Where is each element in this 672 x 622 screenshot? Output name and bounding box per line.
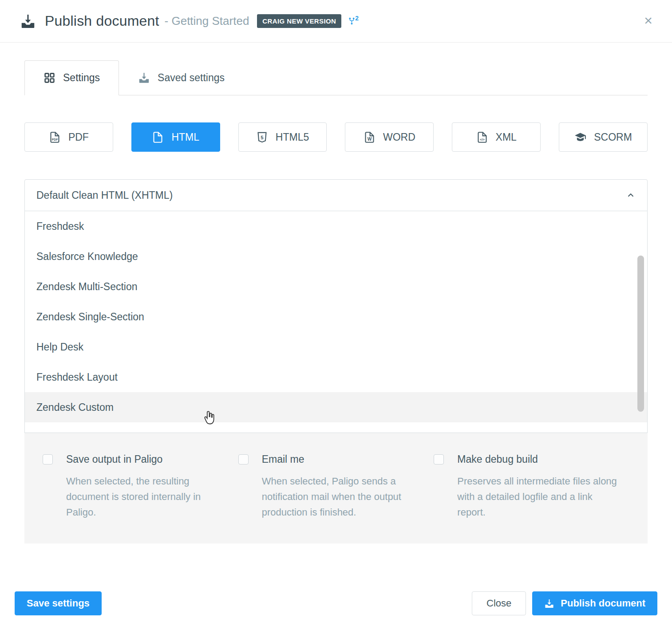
option-label: Freshdesk Layout (36, 371, 118, 383)
email-me-checkbox[interactable] (238, 454, 249, 465)
file-icon (152, 131, 164, 143)
layout-option-freshdesk-layout[interactable]: Freshdesk Layout (25, 362, 647, 392)
save-output-label: Save output in Paligo (66, 453, 162, 465)
branch-indicator: 2 (348, 17, 359, 25)
publish-tray-icon (544, 598, 554, 609)
tab-saved-settings[interactable]: Saved settings (119, 60, 244, 95)
save-output-description: When selected, the resulting document is… (66, 473, 227, 520)
close-icon[interactable]: × (644, 13, 652, 28)
format-pdf-button[interactable]: PDF PDF (24, 122, 113, 152)
debug-build-description: Preserves all intermediate files along w… (457, 473, 618, 520)
svg-text:W: W (368, 137, 372, 142)
option-label: Salesforce Knowledge (36, 251, 138, 263)
email-me-description: When selected, Paligo sends a notificati… (262, 473, 423, 520)
format-scorm-label: SCORM (594, 131, 632, 143)
tray-download-icon (138, 72, 150, 84)
format-xml-button[interactable]: </> XML (452, 122, 541, 152)
code-file-icon: </> (476, 131, 488, 143)
chevron-up-icon (626, 190, 636, 200)
option-debug-build: Make debug build Preserves all intermedi… (434, 453, 629, 520)
save-output-checkbox[interactable] (43, 454, 53, 465)
format-html5-button[interactable]: 5 HTML5 (238, 122, 327, 152)
option-label: Zendesk Multi-Section (36, 281, 138, 293)
publish-tray-icon (20, 13, 36, 29)
layout-option-freshdesk[interactable]: Freshdesk (25, 211, 647, 241)
format-html-label: HTML (171, 131, 199, 143)
format-scorm-button[interactable]: SCORM (559, 122, 648, 152)
fork-icon (348, 17, 355, 25)
publish-options-panel: Save output in Paligo When selected, the… (24, 433, 648, 543)
format-selector: PDF PDF HTML 5 HTML5 W WORD </> XML (24, 122, 648, 152)
close-button-label: Close (486, 598, 511, 609)
dialog-header: Publish document - Getting Started CRAIG… (0, 0, 672, 43)
graduation-cap-icon (574, 131, 586, 143)
svg-text:PDF: PDF (52, 138, 58, 141)
publish-document-label: Publish document (561, 598, 645, 609)
format-word-button[interactable]: W WORD (345, 122, 434, 152)
layout-option-zendesk-single-section[interactable]: Zendesk Single-Section (25, 302, 647, 332)
option-save-output: Save output in Paligo When selected, the… (43, 453, 238, 520)
publish-document-button[interactable]: Publish document (532, 591, 657, 615)
layout-option-list: Freshdesk Salesforce Knowledge Zendesk M… (24, 211, 648, 433)
tab-bar: Settings Saved settings (24, 60, 648, 95)
grid-icon (43, 72, 55, 84)
layout-option-salesforce-knowledge[interactable]: Salesforce Knowledge (25, 241, 647, 272)
svg-text:5: 5 (261, 135, 263, 140)
dialog-footer: Save settings Close Publish document (15, 591, 657, 615)
document-name: - Getting Started (165, 14, 249, 28)
scrollbar-thumb[interactable] (637, 256, 644, 412)
format-xml-label: XML (496, 131, 517, 143)
version-badge: CRAIG NEW VERSION (257, 14, 341, 28)
option-label: Freshdesk (36, 220, 84, 232)
debug-build-label: Make debug build (457, 453, 538, 465)
word-file-icon: W (364, 131, 376, 143)
option-label: Zendesk Single-Section (36, 311, 144, 323)
layout-selected-value: Default Clean HTML (XHTML) (36, 189, 173, 201)
page-title: Publish document (45, 13, 159, 29)
format-pdf-label: PDF (68, 131, 89, 143)
tab-saved-settings-label: Saved settings (158, 72, 225, 84)
layout-select: Default Clean HTML (XHTML) Freshdesk Sal… (24, 179, 648, 433)
layout-option-zendesk-custom[interactable]: Zendesk Custom (25, 392, 647, 422)
option-label: Help Desk (36, 341, 83, 353)
format-html-button[interactable]: HTML (131, 122, 220, 152)
close-button[interactable]: Close (472, 591, 526, 615)
tab-settings[interactable]: Settings (24, 60, 119, 95)
svg-text:</>: </> (480, 137, 485, 141)
save-settings-label: Save settings (27, 598, 90, 609)
debug-build-checkbox[interactable] (434, 454, 444, 465)
layout-option-help-desk[interactable]: Help Desk (25, 332, 647, 362)
save-settings-button[interactable]: Save settings (15, 591, 102, 615)
html5-shield-icon: 5 (256, 131, 268, 143)
option-label: Zendesk Custom (36, 402, 114, 413)
format-word-label: WORD (383, 131, 415, 143)
layout-option-zendesk-multi-section[interactable]: Zendesk Multi-Section (25, 272, 647, 302)
pdf-file-icon: PDF (49, 131, 61, 143)
option-email-me: Email me When selected, Paligo sends a n… (238, 453, 434, 520)
format-html5-label: HTML5 (276, 131, 309, 143)
tab-settings-label: Settings (63, 72, 100, 84)
email-me-label: Email me (262, 453, 304, 465)
branch-count: 2 (355, 15, 359, 22)
layout-select-header[interactable]: Default Clean HTML (XHTML) (24, 179, 648, 211)
